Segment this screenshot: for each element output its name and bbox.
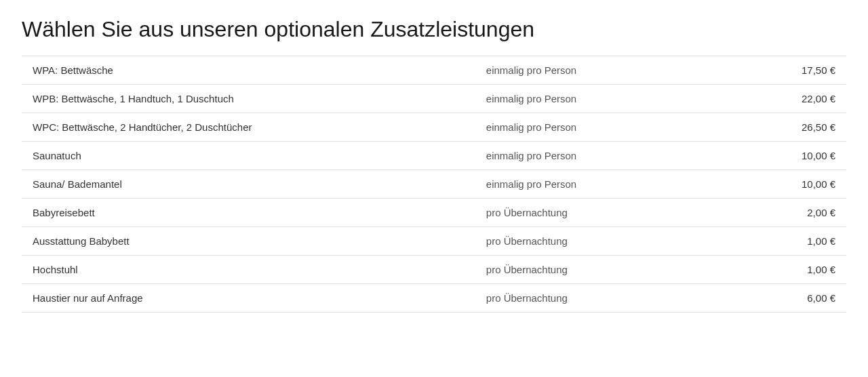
service-name: WPB: Bettwäsche, 1 Handtuch, 1 Duschtuch: [22, 85, 475, 113]
table-row: Ausstattung Babybettpro Übernachtung1,00…: [22, 227, 846, 256]
service-name: Haustier nur auf Anfrage: [22, 284, 475, 313]
service-name: Hochstuhl: [22, 256, 475, 284]
service-frequency: einmalig pro Person: [475, 113, 723, 142]
service-price: 1,00 €: [723, 256, 846, 284]
service-price: 26,50 €: [723, 113, 846, 142]
page-title: Wählen Sie aus unseren optionalen Zusatz…: [22, 16, 846, 42]
table-row: Saunatucheinmalig pro Person10,00 €: [22, 142, 846, 170]
table-row: Babyreisebettpro Übernachtung2,00 €: [22, 199, 846, 227]
table-row: WPB: Bettwäsche, 1 Handtuch, 1 Duschtuch…: [22, 85, 846, 113]
service-name: WPC: Bettwäsche, 2 Handtücher, 2 Duschtü…: [22, 113, 475, 142]
service-price: 10,00 €: [723, 142, 846, 170]
service-price: 2,00 €: [723, 199, 846, 227]
service-frequency: einmalig pro Person: [475, 170, 723, 199]
service-frequency: pro Übernachtung: [475, 227, 723, 256]
service-price: 6,00 €: [723, 284, 846, 313]
service-price: 17,50 €: [723, 56, 846, 85]
service-price: 1,00 €: [723, 227, 846, 256]
service-frequency: pro Übernachtung: [475, 256, 723, 284]
table-row: Sauna/ Bademanteleinmalig pro Person10,0…: [22, 170, 846, 199]
table-row: Haustier nur auf Anfragepro Übernachtung…: [22, 284, 846, 313]
service-frequency: pro Übernachtung: [475, 199, 723, 227]
services-table: WPA: Bettwäscheeinmalig pro Person17,50 …: [22, 56, 846, 313]
table-row: Hochstuhlpro Übernachtung1,00 €: [22, 256, 846, 284]
service-price: 10,00 €: [723, 170, 846, 199]
service-name: Saunatuch: [22, 142, 475, 170]
service-price: 22,00 €: [723, 85, 846, 113]
service-name: Babyreisebett: [22, 199, 475, 227]
table-row: WPA: Bettwäscheeinmalig pro Person17,50 …: [22, 56, 846, 85]
table-row: WPC: Bettwäsche, 2 Handtücher, 2 Duschtü…: [22, 113, 846, 142]
service-frequency: pro Übernachtung: [475, 284, 723, 313]
service-frequency: einmalig pro Person: [475, 56, 723, 85]
service-name: Sauna/ Bademantel: [22, 170, 475, 199]
service-frequency: einmalig pro Person: [475, 85, 723, 113]
service-name: WPA: Bettwäsche: [22, 56, 475, 85]
service-frequency: einmalig pro Person: [475, 142, 723, 170]
service-name: Ausstattung Babybett: [22, 227, 475, 256]
